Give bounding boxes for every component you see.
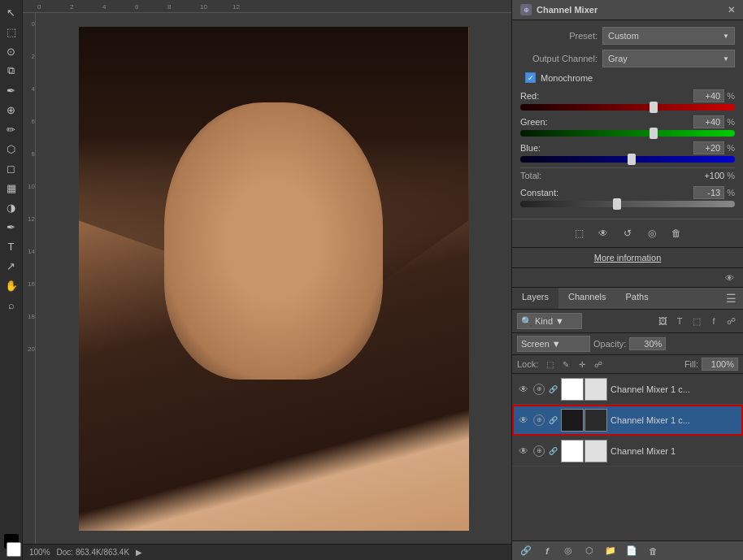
total-row: Total: +100 % (520, 167, 735, 183)
constant-slider-thumb[interactable] (613, 198, 621, 210)
more-info-link[interactable]: More information (594, 253, 662, 263)
green-value[interactable]: +40 (693, 115, 724, 128)
properties-close[interactable]: ✕ (728, 5, 735, 15)
kind-label: Kind (535, 316, 553, 326)
layer-thumb-gray (584, 378, 607, 401)
blue-label-row: Blue: +20 % (520, 141, 735, 154)
filter-fx-icon[interactable]: f (706, 314, 721, 328)
layers-menu-icon[interactable]: ☰ (719, 288, 743, 309)
ruler-mark-10: 10 (28, 184, 35, 190)
layers-filters: 🔍 Kind ▼ 🖼 T ⬚ f ☍ (512, 310, 743, 333)
opacity-field[interactable]: 30% (629, 337, 666, 350)
tool-eyedropper[interactable]: ✒ (2, 81, 20, 99)
kind-dropdown[interactable]: 🔍 Kind ▼ (517, 313, 582, 329)
tool-heal[interactable]: ⊕ (2, 101, 20, 119)
ruler-mark-20: 20 (28, 346, 35, 353)
tool-text[interactable]: T (2, 237, 20, 255)
layer-thumb-darker (584, 409, 607, 432)
tab-layers[interactable]: Layers (512, 288, 558, 309)
delete-layer-icon[interactable]: 🗑 (645, 544, 660, 558)
tool-gradient[interactable]: ▦ (2, 179, 20, 197)
filter-pixel-icon[interactable]: 🖼 (655, 314, 670, 328)
constant-slider-track[interactable] (520, 201, 735, 207)
layer-fx-circle: ⊕ (533, 384, 545, 395)
blue-slider-track[interactable] (520, 156, 735, 163)
total-value: +100 (704, 171, 724, 180)
background-color[interactable] (7, 542, 21, 557)
layer-visibility-icon-2[interactable]: 👁 (517, 414, 530, 427)
lock-transparent-icon[interactable]: ⬚ (543, 358, 556, 371)
layer-chain-icon-3: 🔗 (548, 446, 558, 456)
delete-icon[interactable]: 🗑 (667, 224, 685, 242)
tool-pen[interactable]: ✒ (2, 218, 20, 236)
add-mask-icon[interactable]: ◎ (561, 544, 576, 558)
output-channel-arrow: ▼ (723, 55, 729, 63)
constant-value[interactable]: -13 (693, 186, 724, 199)
ruler-mark-14: 14 (28, 249, 35, 255)
eye-icon[interactable]: ◎ (643, 224, 661, 242)
tool-hand[interactable]: ✋ (2, 276, 20, 294)
layer-item[interactable]: 👁 ⊕ 🔗 Channel Mixer 1 c... (512, 374, 743, 405)
canvas-content: 0 2 4 6 8 10 12 14 16 18 20 (23, 13, 511, 544)
visibility-icon[interactable]: 👁 (594, 224, 612, 242)
tool-move[interactable]: ↖ (2, 3, 20, 21)
fill-field[interactable]: 100% (702, 358, 738, 371)
red-slider-track[interactable] (520, 104, 735, 111)
tool-dodge[interactable]: ◑ (2, 198, 20, 216)
red-slider-row: Red: +40 % (520, 89, 735, 111)
layers-eye-icon[interactable]: 👁 (722, 271, 736, 285)
tool-eraser[interactable]: ◻ (2, 159, 20, 177)
clip-to-layer-icon[interactable]: ⬚ (570, 224, 588, 242)
output-channel-label: Output Channel: (520, 54, 597, 63)
new-layer-icon[interactable]: 📄 (624, 544, 639, 558)
tab-channels[interactable]: Channels (558, 288, 615, 309)
green-label-row: Green: +40 % (520, 115, 735, 128)
new-group-icon[interactable]: 📁 (603, 544, 618, 558)
filter-link-icon[interactable]: ☍ (723, 314, 738, 328)
tool-path-select[interactable]: ↗ (2, 257, 20, 275)
reset-icon[interactable]: ↺ (619, 224, 637, 242)
green-slider-track[interactable] (520, 130, 735, 137)
fx-icon[interactable]: f (540, 544, 554, 558)
layer-visibility-icon-3[interactable]: 👁 (517, 445, 530, 458)
link-layers-icon[interactable]: 🔗 (519, 544, 533, 558)
blue-slider-thumb[interactable] (628, 154, 636, 165)
blue-slider-row: Blue: +20 % (520, 141, 735, 163)
layer-fx-circle-2: ⊕ (533, 415, 545, 426)
tool-brush[interactable]: ✏ (2, 120, 20, 138)
monochrome-checkbox[interactable]: ✓ (525, 72, 536, 83)
red-slider-thumb[interactable] (650, 102, 658, 113)
lock-paint-icon[interactable]: ✎ (559, 358, 572, 371)
layer-item-selected[interactable]: 👁 ⊕ 🔗 Channel Mixer 1 c... (512, 405, 743, 436)
lock-position-icon[interactable]: ✛ (576, 358, 589, 371)
preset-dropdown[interactable]: Custom ▼ (602, 27, 735, 45)
tool-stamp[interactable]: ⬡ (2, 140, 20, 158)
output-channel-dropdown[interactable]: Gray ▼ (602, 50, 735, 67)
green-pct: % (727, 117, 735, 127)
red-pct: % (727, 91, 735, 101)
blend-mode-value: Screen (521, 339, 550, 349)
layer-name-3: Channel Mixer 1 (610, 446, 738, 456)
green-slider-thumb[interactable] (650, 128, 658, 139)
adjustment-icon[interactable]: ⬡ (582, 544, 597, 558)
blend-mode-dropdown[interactable]: Screen ▼ (517, 336, 590, 352)
canvas-image[interactable] (79, 27, 469, 531)
tool-crop[interactable]: ⧉ (2, 62, 20, 80)
tool-zoom[interactable]: ⌕ (2, 296, 20, 314)
tab-paths[interactable]: Paths (616, 288, 658, 309)
ruler-mark-6: 6 (32, 119, 35, 125)
layer-name-2: Channel Mixer 1 c... (610, 415, 738, 425)
red-value[interactable]: +40 (693, 89, 724, 102)
tool-marquee[interactable]: ⬚ (2, 23, 20, 41)
filter-shape-icon[interactable]: ⬚ (689, 314, 704, 328)
properties-body: Preset: Custom ▼ Output Channel: Gray ▼ … (512, 20, 743, 219)
tool-lasso[interactable]: ⊙ (2, 42, 20, 60)
more-info-section: More information (512, 248, 743, 268)
layer-visibility-icon[interactable]: 👁 (517, 383, 530, 396)
filter-text-icon[interactable]: T (672, 314, 687, 328)
layer-item-3[interactable]: 👁 ⊕ 🔗 Channel Mixer 1 (512, 436, 743, 467)
layer-thumb-white (561, 378, 584, 401)
layers-options-bar: 👁 (512, 268, 743, 288)
blue-value[interactable]: +20 (693, 141, 724, 154)
lock-all-icon[interactable]: ☍ (592, 358, 605, 371)
